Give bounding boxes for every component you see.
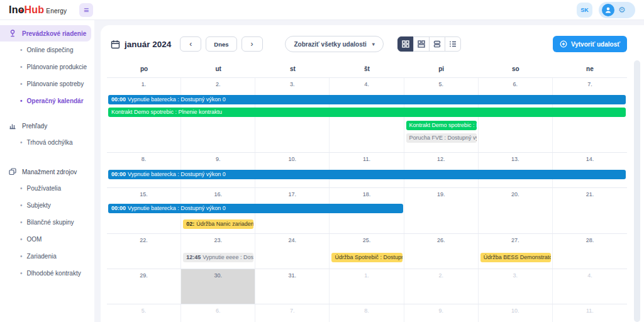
next-month-button[interactable]: › [242, 36, 263, 52]
sidebar-item-online-dispatching[interactable]: Online dispečing [0, 42, 94, 58]
day-number: 7. [553, 81, 627, 87]
day-number: 28. [553, 237, 627, 243]
day-cell[interactable]: 9. [404, 304, 479, 322]
sidebar-section-resource-management[interactable]: Manažment zdrojov [0, 164, 94, 180]
day-cell[interactable]: 19. [404, 188, 479, 233]
day-number: 6. [181, 308, 255, 314]
calendar-week-row: 1. 2. 3. 4. 5. 6. 7. 00:00Vypnutie bater… [107, 78, 627, 152]
event-contract-fulfilment[interactable]: Kontrakt Demo spotrebic : Plnenie kontra… [406, 121, 477, 130]
app-logo: InoHub Energy [9, 4, 67, 16]
day-cell[interactable]: 31. [255, 269, 330, 304]
day-cell[interactable]: 21. [553, 188, 627, 233]
day-number: 26. [404, 237, 478, 243]
sidebar-item-devices[interactable]: Zariadenia [0, 248, 94, 265]
day-cell[interactable]: 26. [404, 234, 479, 269]
sidebar-section-operations[interactable]: Prevádzkové riadenie [0, 25, 91, 42]
sidebar-item-market-deviation[interactable]: Trhová odchýlka [0, 134, 94, 151]
day-cell[interactable]: 11. [553, 304, 627, 322]
event-shutdown[interactable]: 12:45Vypnutie eeee : Dostupný výkon 0 [183, 253, 253, 262]
event-maintenance[interactable]: Údržba BESS Demonstrator 80kWh : [480, 253, 551, 262]
week-view-button[interactable] [413, 36, 430, 52]
event-pv-fault[interactable]: Porucha FVE : Dostupný výkon 0 [406, 133, 477, 143]
sidebar-item-balance-groups[interactable]: Bilančné skupiny [0, 214, 94, 231]
day-number: 4. [553, 272, 627, 279]
event-time: 02: [186, 221, 194, 227]
sidebar-item-long-term-contracts[interactable]: Dlhodobé kontrakty [0, 265, 94, 282]
event-battery-shutdown[interactable]: 00:00Vypnutie baterecka : Dostupný výkon… [108, 204, 403, 213]
sidebar-item-consumption-planning[interactable]: Plánovanie spotreby [0, 75, 94, 92]
vertical-scrollbar[interactable] [634, 60, 640, 322]
sidebar-item-operational-calendar[interactable]: Operačný kalendár [0, 92, 94, 109]
day-cell[interactable]: 1. [330, 269, 404, 304]
day-cell[interactable]: 5. [107, 304, 181, 322]
day-cell[interactable]: 7. [255, 304, 330, 322]
sidebar-item-label: Subjekty [27, 202, 51, 209]
sidebar-item-label: Operačný kalendár [27, 97, 84, 104]
today-button[interactable]: Dnes [206, 36, 236, 52]
hamburger-menu-icon[interactable]: ≡ [79, 3, 93, 17]
calendar-toolbar: január 2024 ‹ Dnes › Zobraziť všetky uda… [111, 35, 627, 53]
day-number: 2. [181, 81, 255, 87]
event-time: 12:45 [186, 254, 201, 260]
sidebar-item-oom[interactable]: OOM [0, 231, 94, 248]
sidebar-section-reports[interactable]: Prehľady [0, 118, 94, 134]
event-title: Údržba Spotrebič : Dostupný výkon 0 [335, 254, 402, 260]
sidebar-section-label: Prehľady [22, 123, 47, 130]
sidebar: Prevádzkové riadenie Online dispečing Pl… [0, 20, 94, 322]
sidebar-item-subjects[interactable]: Subjekty [0, 197, 94, 214]
locale-button[interactable]: SK [577, 3, 592, 18]
day-view-button[interactable] [429, 36, 445, 52]
gear-icon[interactable]: ⚙ [618, 6, 626, 14]
day-cell[interactable]: 10. [479, 304, 553, 322]
sidebar-item-users[interactable]: Používatelia [0, 180, 94, 197]
month-view-button[interactable] [397, 36, 414, 52]
sidebar-item-production-planning[interactable]: Plánovanie produkcie [0, 58, 94, 75]
day-number: 22. [107, 237, 180, 243]
avatar[interactable] [602, 4, 614, 16]
agenda-view-button[interactable] [445, 36, 461, 52]
day-number: 20. [479, 191, 552, 197]
day-cell[interactable]: 3. [479, 269, 553, 304]
calendar-icon [111, 40, 120, 49]
sidebar-item-label: Trhová odchýlka [27, 139, 73, 146]
reports-icon [9, 122, 16, 130]
event-title: Porucha FVE : Dostupný výkon 0 [409, 135, 477, 141]
day-cell[interactable]: 25. [330, 234, 404, 269]
day-number: 8. [330, 308, 403, 314]
day-cell[interactable]: 6. [181, 304, 255, 322]
event-filter-dropdown[interactable]: Zobraziť všetky udalosti ▾ [285, 36, 383, 52]
operations-icon [9, 30, 16, 37]
sidebar-item-label: Používatelia [27, 185, 61, 192]
day-cell[interactable]: 28. [553, 234, 627, 269]
day-cell[interactable]: 2. [404, 269, 479, 304]
sidebar-item-label: Online dispečing [27, 47, 74, 53]
day-cell[interactable]: 23. [181, 234, 255, 269]
day-number: 30. [181, 272, 255, 279]
day-cell[interactable]: 4. [553, 269, 627, 304]
day-cell-today[interactable]: 30. [181, 269, 255, 304]
calendar-week-row: 22. 23. 24. 25. 26. 27. 28. 12:45Vypnuti… [107, 233, 627, 269]
logo-o: o [18, 4, 25, 16]
event-maintenance[interactable]: Údržba Spotrebič : Dostupný výkon 0 [331, 253, 402, 262]
day-cell[interactable]: 29. [107, 269, 181, 304]
day-number: 3. [479, 272, 552, 279]
day-cell[interactable]: 27. [479, 234, 553, 269]
day-cell[interactable]: 8. [330, 304, 404, 322]
day-cell[interactable]: 20. [479, 188, 553, 233]
week-view-icon [418, 40, 425, 48]
weekday-label: pi [404, 65, 479, 72]
weekday-label: so [479, 65, 553, 72]
event-battery-shutdown[interactable]: 00:00Vypnutie baterecka : Dostupný výkon… [108, 170, 626, 179]
day-number: 5. [107, 308, 180, 314]
day-cell[interactable]: 22. [107, 234, 181, 269]
sidebar-item-label: Zariadenia [27, 253, 57, 260]
event-contract-fulfilment[interactable]: Kontrakt Demo spotrebic : Plnenie kontra… [108, 108, 626, 117]
day-cell[interactable]: 24. [255, 234, 330, 269]
prev-month-button[interactable]: ‹ [180, 36, 201, 52]
day-number: 16. [181, 191, 255, 197]
event-battery-shutdown[interactable]: 00:00Vypnutie baterecka : Dostupný výkon… [108, 95, 626, 104]
event-maintenance[interactable]: 02:Údržba Nanic zariadenie ale test [183, 219, 253, 229]
create-event-label: Vytvoriť udalosť [571, 41, 620, 48]
day-number: 4. [330, 81, 403, 87]
create-event-button[interactable]: Vytvoriť udalosť [553, 36, 627, 52]
